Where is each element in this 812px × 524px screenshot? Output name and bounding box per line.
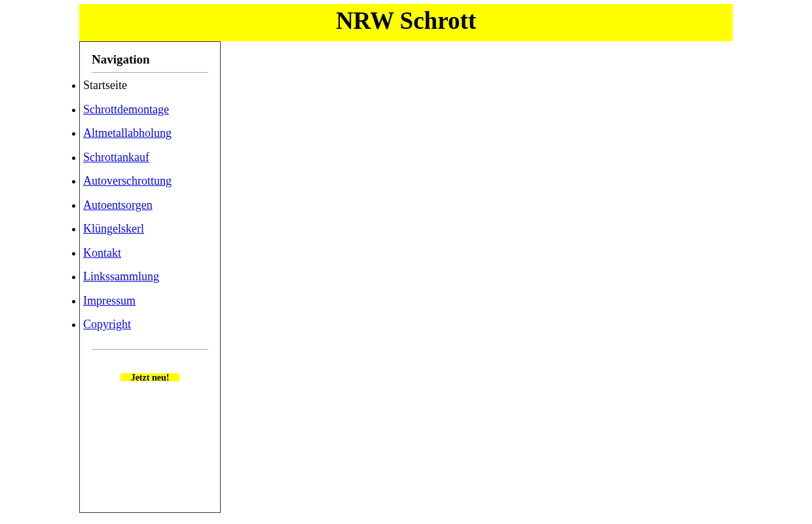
nav-item-schrottdemontage[interactable]: Schrottdemontage	[83, 102, 208, 117]
nav-item-altmetallabholung[interactable]: Altmetallabholung	[83, 126, 208, 141]
sidebar: Navigation Startseite Schrottdemontage A…	[79, 41, 221, 513]
nav-link[interactable]: Kontakt	[83, 246, 121, 259]
nav-link[interactable]: Schrottdemontage	[83, 103, 169, 116]
nav-heading: Navigation	[92, 52, 208, 67]
nav-link[interactable]: Autoverschrottung	[83, 174, 172, 187]
page-header: NRW Schrott	[79, 4, 733, 41]
nav-link[interactable]: Autoentsorgen	[83, 198, 153, 212]
nav-item-copyright[interactable]: Copyright	[83, 317, 208, 332]
nav-item-kontakt[interactable]: Kontakt	[83, 246, 208, 261]
nav-link[interactable]: Linkssammlung	[83, 270, 159, 283]
page-title: NRW Schrott	[79, 7, 733, 35]
nav-link[interactable]: Copyright	[83, 318, 131, 331]
nav-item-kluengelskerl[interactable]: Klüngelskerl	[83, 221, 208, 236]
nav-divider-top	[92, 72, 208, 73]
nav-item-linkssammlung[interactable]: Linkssammlung	[83, 269, 208, 284]
nav-link[interactable]: Impressum	[83, 294, 136, 307]
nav-item-autoverschrottung[interactable]: Autoverschrottung	[83, 174, 208, 189]
nav-link[interactable]: Klüngelskerl	[83, 222, 144, 235]
nav-list: Startseite Schrottdemontage Altmetallabh…	[92, 78, 208, 332]
nav-divider-bottom	[92, 349, 208, 350]
nav-item-label: Startseite	[83, 79, 127, 92]
nav-item-startseite: Startseite	[83, 78, 208, 93]
nav-item-schrottankauf[interactable]: Schrottankauf	[83, 150, 208, 165]
nav-item-impressum[interactable]: Impressum	[83, 293, 208, 309]
nav-link[interactable]: Altmetallabholung	[83, 126, 172, 140]
nav-link[interactable]: Schrottankauf	[83, 151, 149, 164]
nav-item-autoentsorgen[interactable]: Autoentsorgen	[83, 198, 208, 213]
jetzt-neu-badge: Jetzt neu!	[120, 373, 179, 381]
